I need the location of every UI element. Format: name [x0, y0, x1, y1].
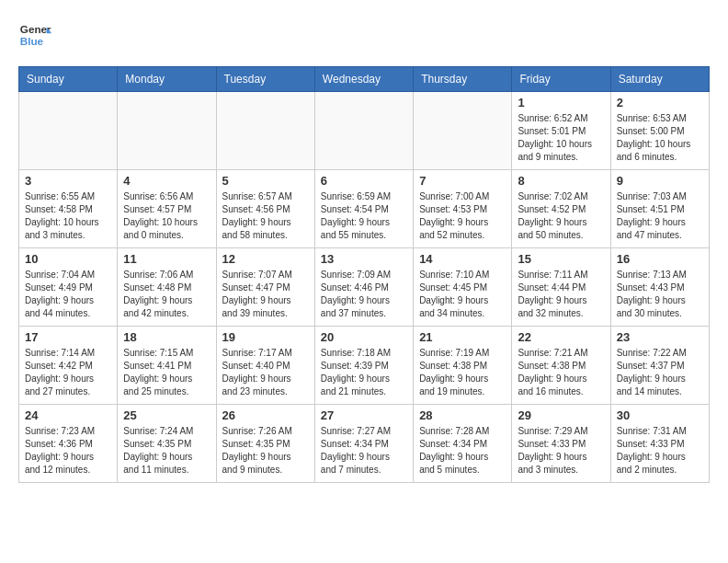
- day-info: Sunrise: 6:59 AM Sunset: 4:54 PM Dayligh…: [321, 190, 407, 242]
- calendar-cell: 27Sunrise: 7:27 AM Sunset: 4:34 PM Dayli…: [314, 405, 413, 483]
- day-info: Sunrise: 7:18 AM Sunset: 4:39 PM Dayligh…: [321, 347, 407, 398]
- day-number: 1: [518, 96, 604, 109]
- day-number: 7: [419, 174, 506, 188]
- day-info: Sunrise: 7:13 AM Sunset: 4:43 PM Dayligh…: [617, 269, 703, 320]
- day-info: Sunrise: 7:29 AM Sunset: 4:33 PM Dayligh…: [518, 425, 604, 477]
- calendar-day-header: Friday: [512, 67, 610, 92]
- day-number: 4: [123, 174, 210, 188]
- calendar-cell: [414, 92, 512, 170]
- calendar-cell: 14Sunrise: 7:10 AM Sunset: 4:45 PM Dayli…: [414, 248, 512, 327]
- calendar-cell: [314, 92, 413, 170]
- day-info: Sunrise: 7:15 AM Sunset: 4:41 PM Dayligh…: [123, 347, 210, 398]
- day-number: 5: [222, 174, 309, 188]
- calendar-week-row: 1Sunrise: 6:52 AM Sunset: 5:01 PM Daylig…: [19, 92, 710, 170]
- day-number: 17: [25, 330, 111, 344]
- day-info: Sunrise: 7:26 AM Sunset: 4:35 PM Dayligh…: [222, 425, 309, 477]
- calendar-cell: 6Sunrise: 6:59 AM Sunset: 4:54 PM Daylig…: [314, 170, 413, 248]
- day-info: Sunrise: 7:10 AM Sunset: 4:45 PM Dayligh…: [419, 269, 506, 320]
- calendar-header-row: SundayMondayTuesdayWednesdayThursdayFrid…: [19, 67, 710, 92]
- calendar-cell: 25Sunrise: 7:24 AM Sunset: 4:35 PM Dayli…: [118, 405, 216, 483]
- calendar-cell: 21Sunrise: 7:19 AM Sunset: 4:38 PM Dayli…: [414, 327, 512, 405]
- day-info: Sunrise: 7:23 AM Sunset: 4:36 PM Dayligh…: [25, 425, 111, 477]
- svg-text:Blue: Blue: [20, 35, 44, 47]
- day-number: 8: [518, 174, 604, 188]
- day-number: 24: [25, 408, 111, 422]
- day-info: Sunrise: 7:22 AM Sunset: 4:37 PM Dayligh…: [617, 347, 703, 398]
- day-number: 18: [123, 330, 210, 344]
- calendar-cell: 18Sunrise: 7:15 AM Sunset: 4:41 PM Dayli…: [118, 327, 216, 405]
- day-info: Sunrise: 7:28 AM Sunset: 4:34 PM Dayligh…: [419, 425, 506, 477]
- day-number: 23: [617, 330, 703, 344]
- calendar-cell: 4Sunrise: 6:56 AM Sunset: 4:57 PM Daylig…: [118, 170, 216, 248]
- logo-icon: General Blue: [18, 18, 51, 52]
- day-number: 30: [617, 408, 703, 422]
- calendar-cell: 13Sunrise: 7:09 AM Sunset: 4:46 PM Dayli…: [314, 248, 413, 327]
- calendar-cell: 20Sunrise: 7:18 AM Sunset: 4:39 PM Dayli…: [314, 327, 413, 405]
- day-number: 26: [222, 408, 309, 422]
- day-info: Sunrise: 7:17 AM Sunset: 4:40 PM Dayligh…: [222, 347, 309, 398]
- day-number: 27: [321, 408, 407, 422]
- calendar-cell: 11Sunrise: 7:06 AM Sunset: 4:48 PM Dayli…: [118, 248, 216, 327]
- calendar-cell: 7Sunrise: 7:00 AM Sunset: 4:53 PM Daylig…: [414, 170, 512, 248]
- day-info: Sunrise: 7:27 AM Sunset: 4:34 PM Dayligh…: [321, 425, 407, 477]
- day-info: Sunrise: 7:06 AM Sunset: 4:48 PM Dayligh…: [123, 269, 210, 320]
- calendar-cell: 16Sunrise: 7:13 AM Sunset: 4:43 PM Dayli…: [610, 248, 709, 327]
- logo: General Blue: [18, 18, 51, 52]
- calendar-cell: 19Sunrise: 7:17 AM Sunset: 4:40 PM Dayli…: [216, 327, 314, 405]
- calendar-cell: 10Sunrise: 7:04 AM Sunset: 4:49 PM Dayli…: [19, 248, 118, 327]
- day-number: 21: [419, 330, 506, 344]
- day-info: Sunrise: 6:52 AM Sunset: 5:01 PM Dayligh…: [518, 112, 604, 164]
- calendar-cell: 12Sunrise: 7:07 AM Sunset: 4:47 PM Dayli…: [216, 248, 314, 327]
- day-number: 11: [123, 252, 210, 266]
- calendar-cell: 2Sunrise: 6:53 AM Sunset: 5:00 PM Daylig…: [610, 92, 709, 170]
- day-number: 20: [321, 330, 407, 344]
- day-info: Sunrise: 7:11 AM Sunset: 4:44 PM Dayligh…: [518, 269, 604, 320]
- day-info: Sunrise: 7:02 AM Sunset: 4:52 PM Dayligh…: [518, 190, 604, 242]
- day-number: 9: [617, 174, 703, 188]
- calendar-cell: 1Sunrise: 6:52 AM Sunset: 5:01 PM Daylig…: [512, 92, 610, 170]
- day-number: 15: [518, 252, 604, 266]
- day-info: Sunrise: 7:00 AM Sunset: 4:53 PM Dayligh…: [419, 190, 506, 242]
- calendar-day-header: Sunday: [19, 67, 118, 92]
- day-info: Sunrise: 7:19 AM Sunset: 4:38 PM Dayligh…: [419, 347, 506, 398]
- day-info: Sunrise: 7:07 AM Sunset: 4:47 PM Dayligh…: [222, 269, 309, 320]
- calendar-cell: [216, 92, 314, 170]
- calendar-cell: [118, 92, 216, 170]
- calendar-week-row: 3Sunrise: 6:55 AM Sunset: 4:58 PM Daylig…: [19, 170, 710, 248]
- calendar-day-header: Thursday: [414, 67, 512, 92]
- day-number: 6: [321, 174, 407, 188]
- day-info: Sunrise: 7:31 AM Sunset: 4:33 PM Dayligh…: [617, 425, 703, 477]
- calendar-cell: 24Sunrise: 7:23 AM Sunset: 4:36 PM Dayli…: [19, 405, 118, 483]
- day-number: 12: [222, 252, 309, 266]
- day-number: 16: [617, 252, 703, 266]
- day-number: 14: [419, 252, 506, 266]
- calendar-day-header: Saturday: [610, 67, 709, 92]
- day-info: Sunrise: 6:55 AM Sunset: 4:58 PM Dayligh…: [25, 190, 111, 242]
- calendar-cell: 29Sunrise: 7:29 AM Sunset: 4:33 PM Dayli…: [512, 405, 610, 483]
- calendar-cell: 17Sunrise: 7:14 AM Sunset: 4:42 PM Dayli…: [19, 327, 118, 405]
- day-number: 19: [222, 330, 309, 344]
- calendar-cell: 15Sunrise: 7:11 AM Sunset: 4:44 PM Dayli…: [512, 248, 610, 327]
- day-info: Sunrise: 7:14 AM Sunset: 4:42 PM Dayligh…: [25, 347, 111, 398]
- calendar-cell: 30Sunrise: 7:31 AM Sunset: 4:33 PM Dayli…: [610, 405, 709, 483]
- day-number: 25: [123, 408, 210, 422]
- calendar-week-row: 24Sunrise: 7:23 AM Sunset: 4:36 PM Dayli…: [19, 405, 710, 483]
- calendar-cell: 26Sunrise: 7:26 AM Sunset: 4:35 PM Dayli…: [216, 405, 314, 483]
- calendar-table: SundayMondayTuesdayWednesdayThursdayFrid…: [18, 66, 710, 483]
- day-info: Sunrise: 6:57 AM Sunset: 4:56 PM Dayligh…: [222, 190, 309, 242]
- calendar-cell: 8Sunrise: 7:02 AM Sunset: 4:52 PM Daylig…: [512, 170, 610, 248]
- day-info: Sunrise: 7:09 AM Sunset: 4:46 PM Dayligh…: [321, 269, 407, 320]
- calendar-cell: [19, 92, 118, 170]
- calendar-day-header: Monday: [118, 67, 216, 92]
- day-number: 3: [25, 174, 111, 188]
- day-info: Sunrise: 7:21 AM Sunset: 4:38 PM Dayligh…: [518, 347, 604, 398]
- calendar-cell: 5Sunrise: 6:57 AM Sunset: 4:56 PM Daylig…: [216, 170, 314, 248]
- day-info: Sunrise: 7:03 AM Sunset: 4:51 PM Dayligh…: [617, 190, 703, 242]
- calendar-day-header: Wednesday: [314, 67, 413, 92]
- day-info: Sunrise: 6:56 AM Sunset: 4:57 PM Dayligh…: [123, 190, 210, 242]
- page-header: General Blue: [18, 18, 710, 52]
- calendar-week-row: 10Sunrise: 7:04 AM Sunset: 4:49 PM Dayli…: [19, 248, 710, 327]
- day-number: 13: [321, 252, 407, 266]
- day-number: 2: [617, 96, 703, 109]
- calendar-cell: 28Sunrise: 7:28 AM Sunset: 4:34 PM Dayli…: [414, 405, 512, 483]
